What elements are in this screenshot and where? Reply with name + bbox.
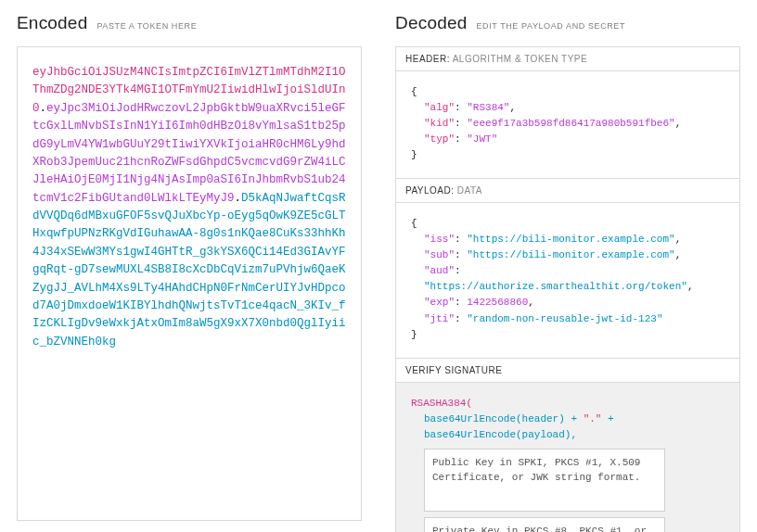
payload-json-editor[interactable]: { "iss": "https://bili-monitor.example.c…	[396, 203, 739, 357]
header-section-sub: ALGORITHM & TOKEN TYPE	[453, 54, 587, 64]
payload-section-label: PAYLOAD:	[405, 185, 455, 196]
verify-body: RSASHA384( base64UrlEncode(header) + "."…	[396, 383, 739, 532]
brace-open: {	[411, 216, 725, 232]
header-kid-value: eee9f17a3b598fd86417a980b591fbe6	[473, 118, 669, 129]
encoded-heading: Encoded PASTE A TOKEN HERE	[17, 13, 362, 33]
sig-line-1: base64UrlEncode(header) + "." +	[411, 412, 725, 427]
brace-close: }	[411, 327, 725, 343]
encoded-title: Encoded	[17, 13, 87, 33]
header-typ-value: JWT	[473, 133, 492, 145]
encoded-hint: PASTE A TOKEN HERE	[96, 21, 197, 31]
verify-section: VERIFY SIGNATURE RSASHA384( base64UrlEnc…	[396, 358, 739, 532]
brace-close: }	[411, 147, 725, 163]
verify-section-head: VERIFY SIGNATURE	[396, 359, 739, 383]
payload-section-sub: DATA	[457, 185, 482, 196]
public-key-input[interactable]	[424, 449, 665, 512]
encoded-panel: eyJhbGciOiJSUzM4NCIsImtpZCI6ImVlZTlmMTdh…	[17, 46, 362, 521]
header-section-head: HEADER: ALGORITHM & TOKEN TYPE	[396, 47, 739, 71]
token-dot-2: .	[235, 192, 242, 205]
token-payload-segment: eyJpc3MiOiJodHRwczovL2JpbGktbW9uaXRvci5l…	[32, 102, 346, 205]
encoded-token-editor[interactable]: eyJhbGciOiJSUzM4NCIsImtpZCI6ImVlZTlmMTdh…	[18, 47, 361, 520]
decoded-heading: Decoded EDIT THE PAYLOAD AND SECRET	[395, 13, 740, 33]
payload-section: PAYLOAD: DATA { "iss": "https://bili-mon…	[396, 178, 739, 357]
header-alg-value: RS384	[473, 102, 504, 113]
private-key-input[interactable]	[424, 517, 665, 532]
payload-sub-value: https://bili-monitor.example.com	[473, 249, 669, 260]
decoded-column: Decoded EDIT THE PAYLOAD AND SECRET HEAD…	[395, 13, 740, 532]
payload-aud-value: https://authorize.smarthealthit.org/toke…	[430, 281, 682, 292]
payload-section-head: PAYLOAD: DATA	[396, 179, 739, 203]
decoded-hint: EDIT THE PAYLOAD AND SECRET	[476, 21, 625, 31]
token-signature-segment: D5kAqNJwaftCqsRdVVQDq6dMBxuGFOF5svQJuXbc…	[32, 192, 346, 348]
header-section: HEADER: ALGORITHM & TOKEN TYPE { "alg": …	[396, 47, 739, 178]
payload-exp-value: 1422568860	[467, 297, 528, 308]
decoded-title: Decoded	[395, 13, 467, 33]
brace-open: {	[411, 84, 725, 100]
header-section-label: HEADER:	[405, 54, 450, 64]
sig-fn: RSASHA384(	[411, 396, 725, 412]
payload-jti-value: random-non-reusable-jwt-id-123	[473, 313, 657, 324]
token-dot-1: .	[40, 102, 47, 115]
decoded-panel: HEADER: ALGORITHM & TOKEN TYPE { "alg": …	[395, 46, 740, 532]
payload-iss-value: https://bili-monitor.example.com	[473, 234, 669, 245]
encoded-column: Encoded PASTE A TOKEN HERE eyJhbGciOiJSU…	[17, 13, 362, 532]
sig-line-2: base64UrlEncode(payload),	[411, 427, 725, 443]
verify-section-label: VERIFY SIGNATURE	[405, 365, 502, 375]
header-json-editor[interactable]: { "alg": "RS384", "kid": "eee9f17a3b598f…	[396, 71, 739, 178]
